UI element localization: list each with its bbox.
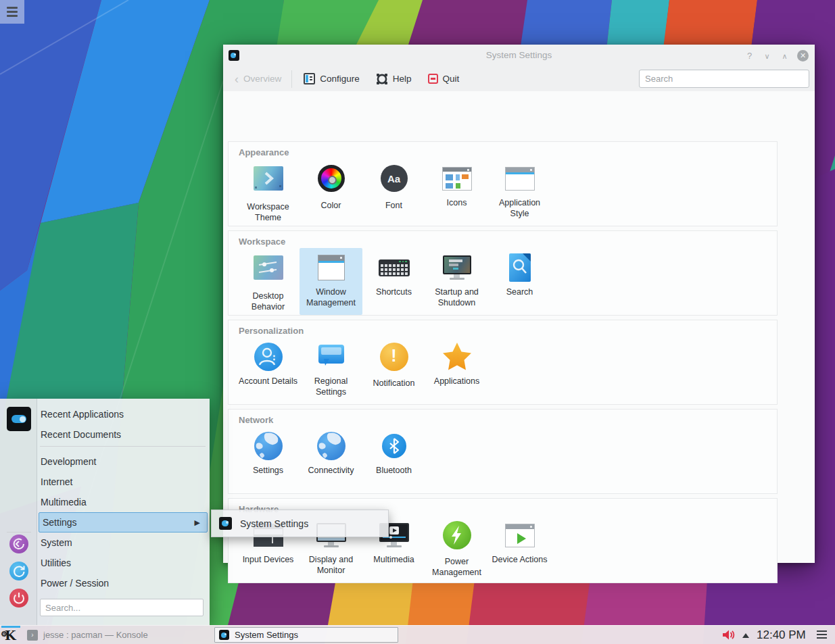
tray-expander-icon[interactable]: [742, 633, 749, 638]
module-regional-settings[interactable]: Regional Settings: [300, 337, 362, 400]
module-startup-shutdown[interactable]: Startup and Shutdown: [425, 248, 488, 315]
module-connectivity[interactable]: Connectivity: [300, 426, 362, 478]
toolbar: Overview Configure Help: [223, 66, 815, 91]
module-label: Regional Settings: [301, 376, 361, 397]
task-system-settings[interactable]: System Settings: [214, 627, 398, 643]
hamburger-icon: [7, 5, 18, 19]
desktop: System Settings Overview Configure: [0, 0, 835, 644]
module-bluetooth[interactable]: Bluetooth: [362, 426, 425, 478]
kickoff-item-power-session[interactable]: Power / Session: [37, 573, 210, 593]
font-icon: [378, 165, 410, 197]
configure-button[interactable]: Configure: [304, 73, 360, 84]
module-label: Display and Monitor: [301, 554, 361, 576]
help-lifebuoy-icon: [376, 73, 388, 85]
module-icons[interactable]: Icons: [425, 159, 488, 226]
module-label: Startup and Shutdown: [427, 287, 487, 308]
help-label: Help: [393, 74, 412, 84]
speech-bubble-icon: [315, 341, 348, 373]
kickoff-item-label: Development: [41, 456, 97, 467]
kickoff-search-input[interactable]: [40, 599, 204, 616]
kickoff-item-internet[interactable]: Internet: [37, 472, 210, 492]
kickoff-item-recent-documents[interactable]: Recent Documents: [37, 424, 210, 445]
application-launcher-button[interactable]: K: [0, 626, 22, 644]
module-font[interactable]: Font: [362, 159, 425, 226]
titlebar[interactable]: System Settings: [223, 45, 815, 66]
kickoff-item-label: Power / Session: [41, 578, 109, 589]
module-application-style[interactable]: Application Style: [488, 159, 551, 226]
kickoff-item-recent-applications[interactable]: Recent Applications: [37, 404, 210, 424]
submenu-arrow-icon: [195, 513, 200, 532]
search-document-icon: [504, 251, 536, 284]
quit-label: Quit: [443, 74, 460, 84]
volume-icon[interactable]: [722, 629, 736, 641]
kickoff-item-multimedia[interactable]: Multimedia: [37, 492, 210, 512]
clock[interactable]: 12:40 PM: [757, 626, 806, 644]
module-applications[interactable]: Applications: [425, 337, 488, 400]
module-device-actions[interactable]: Device Actions: [488, 516, 551, 580]
icons-window-icon: [441, 162, 473, 195]
module-account-details[interactable]: Account Details: [237, 337, 300, 400]
toolbar-separator: [291, 70, 292, 88]
keyboard-icon: [378, 251, 410, 284]
application-style-icon: [504, 162, 536, 195]
window-close-button[interactable]: [797, 50, 809, 61]
configure-icon: [304, 73, 315, 84]
desktop-behavior-icon: [252, 255, 285, 288]
overview-back-button[interactable]: Overview: [235, 73, 281, 85]
task-konsole[interactable]: jesse : pacman — Konsole: [43, 626, 148, 644]
module-workspace-theme[interactable]: Workspace Theme: [237, 159, 300, 226]
module-label: Icons: [427, 197, 487, 208]
module-label: Connectivity: [301, 465, 361, 476]
window-help-button[interactable]: [744, 51, 755, 61]
window-maximize-button[interactable]: [780, 51, 790, 61]
kickoff-sidebar: [0, 399, 37, 625]
kickoff-item-settings-selected[interactable]: Settings: [39, 512, 208, 532]
kickoff-item-utilities[interactable]: Utilities: [37, 553, 210, 573]
switch-user-icon[interactable]: [9, 535, 28, 553]
module-shortcuts[interactable]: Shortcuts: [362, 248, 425, 315]
kickoff-item-label: Internet: [41, 476, 72, 487]
module-window-management-selected[interactable]: Window Management: [300, 248, 362, 315]
kickoff-item-development[interactable]: Development: [37, 451, 210, 472]
settings-submenu: System Settings: [211, 510, 389, 537]
system-settings-window: System Settings Overview Configure: [223, 45, 815, 563]
monitor-startup-icon: [441, 251, 473, 284]
module-label: Window Management: [301, 287, 361, 308]
configure-label: Configure: [320, 74, 360, 84]
module-power-management[interactable]: Power Management: [425, 516, 488, 580]
kickoff-item-label: Recent Documents: [41, 429, 121, 440]
module-label: Shortcuts: [364, 287, 424, 297]
kickoff-item-system[interactable]: System: [37, 532, 210, 553]
module-network-settings[interactable]: Settings: [237, 426, 300, 478]
settings-search-input[interactable]: [639, 70, 809, 88]
quit-icon: [428, 74, 438, 84]
globe-icon: [252, 430, 285, 462]
notification-exclaim-icon: [378, 343, 410, 375]
module-label: Power Management: [427, 556, 487, 578]
module-label: Multimedia: [364, 554, 424, 565]
power-bolt-icon: [441, 521, 473, 553]
section-personalization: Personalization: [228, 320, 778, 405]
section-title: Workspace: [229, 231, 777, 247]
section-title: Personalization: [229, 320, 777, 336]
help-button[interactable]: Help: [376, 73, 412, 85]
quit-button[interactable]: Quit: [428, 74, 460, 84]
user-account-icon: [252, 341, 285, 373]
overview-label: Overview: [243, 74, 281, 84]
module-notification[interactable]: Notification: [362, 337, 425, 400]
chevron-left-icon: [235, 73, 239, 85]
shutdown-icon[interactable]: [9, 589, 28, 608]
panel-menu-icon[interactable]: [817, 630, 827, 641]
module-desktop-behavior[interactable]: Desktop Behavior: [237, 248, 300, 315]
module-label: Device Actions: [490, 554, 550, 565]
module-label: Applications: [427, 376, 487, 387]
module-search[interactable]: Search: [488, 248, 551, 315]
system-settings-app-icon-small: [219, 630, 229, 640]
sidebar-separator: [7, 532, 31, 532]
restart-icon[interactable]: [9, 562, 28, 580]
module-color[interactable]: Color: [300, 159, 362, 226]
desktop-toolbox-button[interactable]: [0, 0, 24, 24]
window-minimize-button[interactable]: [762, 51, 772, 61]
submenu-item-system-settings[interactable]: System Settings: [240, 518, 308, 529]
bluetooth-icon: [378, 430, 410, 462]
